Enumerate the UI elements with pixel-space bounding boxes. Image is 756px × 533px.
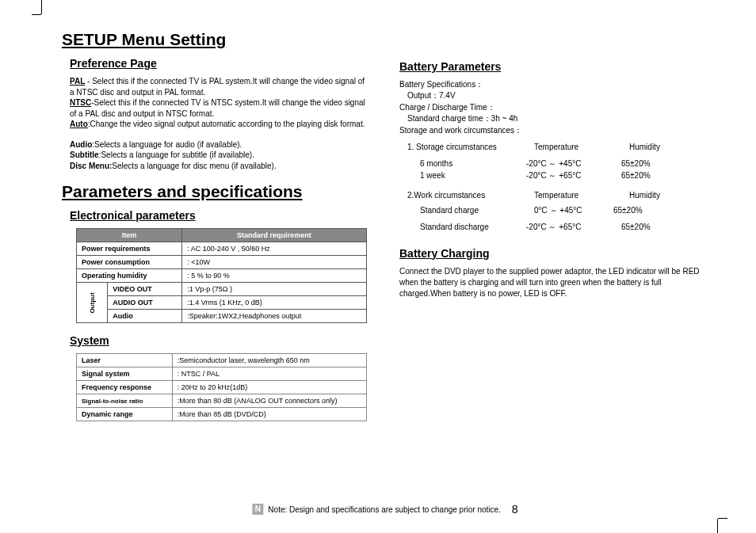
work-row: Standard discharge-20°C ～ +65°C65±20% [420, 221, 708, 233]
para-auto: Auto:Change the video signal output auto… [70, 119, 371, 130]
charging-text: Connect the DVD player to the supplied p… [399, 266, 708, 299]
batt-charge-time: Standard charge time：3h ~ 4h [407, 113, 708, 124]
page-content: SETUP Menu Setting Preference Page PAL -… [62, 30, 708, 517]
th-req: Standard requirement [182, 229, 366, 242]
heading-parameters: Parameters and specifications [62, 182, 371, 201]
right-column: Battery Parameters Battery Specification… [399, 30, 708, 517]
para-discmenu: Disc Menu:Selects a language for disc me… [70, 161, 371, 172]
heading-battery-charging: Battery Charging [399, 247, 708, 260]
table-row: Laser:Semiconductor laser, wavelength 65… [77, 354, 367, 367]
batt-storage-label: Storage and work circumstances： [399, 125, 708, 136]
work-head: 2.Work circumstancesTemperatureHumidity [407, 189, 708, 201]
table-row: Dynamic range:More than 85 dB (DVD/CD) [77, 408, 367, 421]
batt-output: Output：7.4V [407, 90, 708, 101]
table-row: AUDIO OUT:1.4 Vrms (1 KHz, 0 dB) [77, 296, 367, 310]
system-table: Laser:Semiconductor laser, wavelength 65… [76, 353, 367, 421]
th-item: Item [77, 229, 182, 242]
heading-system: System [70, 334, 371, 347]
footer-note: N Note: Design and specifications are su… [252, 503, 517, 516]
storage-head: 1. Storage circumstancesTemperatureHumid… [407, 141, 708, 153]
table-row: Signal-to-noise ratio:More than 80 dB (A… [77, 394, 367, 408]
heading-setup: SETUP Menu Setting [62, 30, 371, 49]
table-row: Power requirements: AC 100-240 V , 50/60… [77, 242, 367, 256]
storage-row: 6 months-20°C ～ +45°C65±20% [420, 158, 708, 169]
para-audio: Audio:Selects a language for audio (if a… [70, 139, 371, 150]
heading-battery-params: Battery Parameters [399, 60, 708, 73]
work-row: Standard charge0°C ～ +45°C65±20% [420, 204, 708, 216]
para-pal: PAL - Select this if the connected TV is… [70, 76, 371, 97]
batt-charge-label: Charge / Discharge Time： [399, 102, 708, 113]
heading-preference: Preference Page [70, 57, 371, 70]
table-row: Signal system: NTSC / PAL [77, 367, 367, 381]
batt-spec: Battery Specifications： [399, 79, 708, 90]
table-row: Audio:Speaker:1WX2,Headphones output [77, 310, 367, 323]
electronical-table: Item Standard requirement Power requirem… [76, 228, 367, 323]
table-row: Output VIDEO OUT:1 Vp-p (75Ω ) [77, 283, 367, 296]
table-row: Frequency response: 20Hz to 20 kHz(1dB) [77, 381, 367, 394]
heading-electronical: Electronical parameters [70, 209, 371, 222]
para-ntsc: NTSC-Select this if the connected TV is … [70, 97, 371, 119]
note-icon: N [252, 504, 263, 515]
left-column: SETUP Menu Setting Preference Page PAL -… [62, 30, 371, 517]
note-text: Note: Design and specifications are subj… [268, 505, 501, 514]
storage-row: 1 week-20°C ～ +65°C65±20% [420, 169, 708, 181]
page-number: 8 [512, 503, 518, 516]
para-subtitle: Subtitle:Selects a language for subtitle… [70, 150, 371, 161]
table-row: Operating humidity: 5 % to 90 % [77, 269, 367, 283]
table-row: Power consumption: <10W [77, 256, 367, 269]
